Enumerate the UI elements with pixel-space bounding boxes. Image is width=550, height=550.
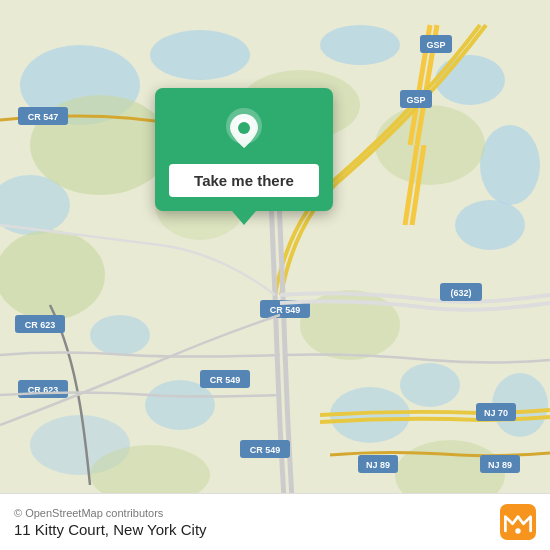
- svg-point-14: [0, 230, 105, 320]
- moovit-logo: [500, 504, 536, 540]
- svg-text:CR 623: CR 623: [25, 320, 56, 330]
- map-container[interactable]: CR 547 CR 623 CR 623 CR 549 CR 549 CR 54…: [0, 0, 550, 550]
- address-text: 11 Kitty Court, New York City: [14, 521, 207, 538]
- copyright-text: © OpenStreetMap contributors: [14, 507, 207, 519]
- svg-text:CR 549: CR 549: [270, 305, 301, 315]
- take-me-there-button[interactable]: Take me there: [169, 164, 319, 197]
- svg-text:GSP: GSP: [426, 40, 445, 50]
- svg-point-3: [435, 55, 505, 105]
- svg-point-1: [150, 30, 250, 80]
- svg-point-10: [400, 363, 460, 407]
- svg-point-5: [455, 200, 525, 250]
- svg-text:CR 547: CR 547: [28, 112, 59, 122]
- location-pin-icon: [220, 106, 268, 154]
- svg-text:(632): (632): [450, 288, 471, 298]
- svg-text:NJ 89: NJ 89: [366, 460, 390, 470]
- moovit-logo-icon: [500, 504, 536, 540]
- svg-point-53: [238, 122, 250, 134]
- svg-text:CR 549: CR 549: [210, 375, 241, 385]
- svg-text:GSP: GSP: [406, 95, 425, 105]
- map-svg: CR 547 CR 623 CR 623 CR 549 CR 549 CR 54…: [0, 0, 550, 550]
- popup-card: Take me there: [155, 88, 333, 211]
- svg-text:NJ 89: NJ 89: [488, 460, 512, 470]
- svg-text:NJ 70: NJ 70: [484, 408, 508, 418]
- bottom-left: © OpenStreetMap contributors 11 Kitty Co…: [14, 507, 207, 538]
- bottom-bar: © OpenStreetMap contributors 11 Kitty Co…: [0, 493, 550, 550]
- svg-point-55: [515, 528, 520, 533]
- svg-point-2: [320, 25, 400, 65]
- svg-point-4: [480, 125, 540, 205]
- svg-text:CR 549: CR 549: [250, 445, 281, 455]
- svg-point-7: [90, 315, 150, 355]
- svg-point-15: [375, 105, 485, 185]
